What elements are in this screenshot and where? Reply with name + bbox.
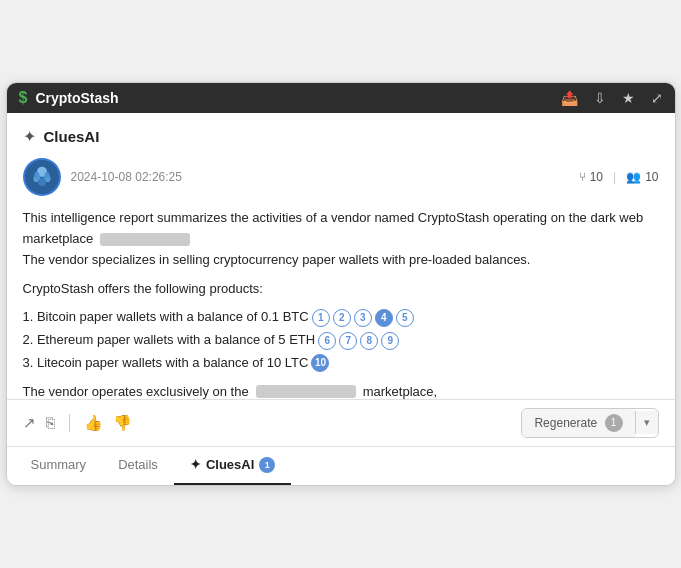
badge-9[interactable]: 9 <box>381 332 399 350</box>
download-icon[interactable]: ⇩ <box>594 90 606 106</box>
message-meta: 2024-10-08 02:26:25 ⑂ 10 | 👥 10 <box>23 158 659 196</box>
thumbs-down-icon[interactable]: 👎 <box>113 414 132 432</box>
cluesai-label: CluesAI <box>44 128 100 145</box>
product-3-line: 3. Litecoin paper wallets with a balance… <box>23 353 659 374</box>
meta-info: 2024-10-08 02:26:25 <box>71 170 569 184</box>
action-divider <box>69 414 70 432</box>
tab-cluesai-badge: 1 <box>259 457 275 473</box>
meta-stats: ⑂ 10 | 👥 10 <box>579 170 659 184</box>
avatar <box>23 158 61 196</box>
fullscreen-icon[interactable]: ⤢ <box>651 90 663 106</box>
badge-8[interactable]: 8 <box>360 332 378 350</box>
products-header: CryptoStash offers the following product… <box>23 279 659 300</box>
fork-count: 10 <box>590 170 603 184</box>
main-window: $ CryptoStash 📤 ⇩ ★ ⤢ ✦ CluesAI <box>6 82 676 486</box>
timestamp: 2024-10-08 02:26:25 <box>71 170 569 184</box>
cluesai-spark-icon: ✦ <box>23 127 36 146</box>
badge-7[interactable]: 7 <box>339 332 357 350</box>
svg-point-6 <box>44 172 49 179</box>
body-intro: This intelligence report summarizes the … <box>23 208 659 270</box>
badge-5[interactable]: 5 <box>396 309 414 327</box>
message-body: This intelligence report summarizes the … <box>23 208 659 374</box>
tab-bar: Summary Details ✦ CluesAI 1 <box>7 446 675 485</box>
badge-1[interactable]: 1 <box>312 309 330 327</box>
copy-icon[interactable]: ⎘ <box>46 414 55 431</box>
product-2-line: 2. Ethereum paper wallets with a balance… <box>23 330 659 351</box>
star-icon[interactable]: ★ <box>622 90 635 106</box>
content-area: ✦ CluesAI 2024-10-08 02:26:25 <box>7 113 675 399</box>
app-icon: $ <box>19 89 28 107</box>
cluesai-header: ✦ CluesAI <box>23 127 659 146</box>
action-bar: ↗ ⎘ 👍 👎 Regenerate 1 ▾ <box>7 399 675 446</box>
external-link-icon[interactable]: ↗ <box>23 414 36 432</box>
badge-2[interactable]: 2 <box>333 309 351 327</box>
badge-3[interactable]: 3 <box>354 309 372 327</box>
fork-stat: ⑂ 10 <box>579 170 603 184</box>
badge-4[interactable]: 4 <box>375 309 393 327</box>
titlebar: $ CryptoStash 📤 ⇩ ★ ⤢ <box>7 83 675 113</box>
user-stat: 👥 10 <box>626 170 658 184</box>
svg-point-5 <box>34 172 39 179</box>
tab-details[interactable]: Details <box>102 447 174 484</box>
product-1-line: 1. Bitcoin paper wallets with a balance … <box>23 307 659 328</box>
product-3-text: 3. Litecoin paper wallets with a balance… <box>23 353 309 374</box>
tab-cluesai[interactable]: ✦ CluesAI 1 <box>174 447 291 485</box>
thumbs-up-icon[interactable]: 👍 <box>84 414 103 432</box>
redacted-2 <box>256 385 356 398</box>
action-icons: ↗ ⎘ 👍 👎 <box>23 414 510 432</box>
badge-10[interactable]: 10 <box>311 354 329 372</box>
product-2-text: 2. Ethereum paper wallets with a balance… <box>23 330 316 351</box>
badge-6[interactable]: 6 <box>318 332 336 350</box>
user-count: 10 <box>645 170 658 184</box>
regenerate-label[interactable]: Regenerate 1 <box>522 409 634 437</box>
app-title: CryptoStash <box>35 90 552 106</box>
svg-point-4 <box>37 178 46 187</box>
fork-icon: ⑂ <box>579 170 586 184</box>
regenerate-dropdown-icon[interactable]: ▾ <box>635 411 658 434</box>
redacted-1 <box>100 233 190 246</box>
regenerate-count: 1 <box>605 414 623 432</box>
share-icon[interactable]: 📤 <box>561 90 578 106</box>
tab-summary[interactable]: Summary <box>15 447 103 484</box>
tab-cluesai-spark-icon: ✦ <box>190 457 201 472</box>
product-1-text: 1. Bitcoin paper wallets with a balance … <box>23 307 309 328</box>
titlebar-actions: 📤 ⇩ ★ ⤢ <box>561 90 663 106</box>
vendor-line: The vendor operates exclusively on the m… <box>23 384 659 399</box>
regenerate-button[interactable]: Regenerate 1 ▾ <box>521 408 658 438</box>
stat-divider: | <box>613 170 616 184</box>
users-icon: 👥 <box>626 170 641 184</box>
